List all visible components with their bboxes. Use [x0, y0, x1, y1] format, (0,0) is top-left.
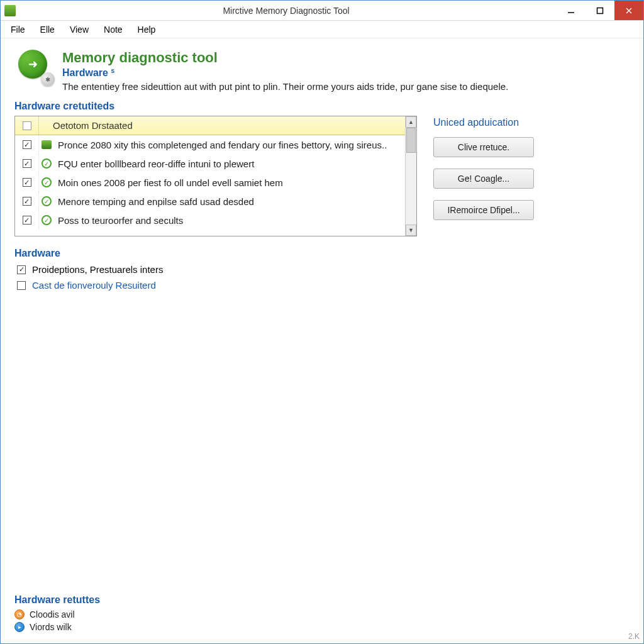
list-item[interactable]: ✓ ✓ FQU enter bolllbeard reor-diffe intu…	[15, 154, 405, 173]
side-panel: Uniced apduication Clive rretuce. Ge! Co…	[433, 116, 578, 231]
page-description: The ententiey free sideuttion aut with p…	[62, 81, 508, 92]
list-section-label: Hardware cretutiteds	[14, 101, 630, 112]
side-button-3[interactable]: IRemoirce Dfipel...	[433, 200, 534, 220]
maximize-button[interactable]	[586, 1, 614, 20]
status-warn-icon	[42, 140, 52, 149]
checkbox[interactable]	[17, 281, 26, 290]
side-button-2[interactable]: Ge! Coagle...	[433, 169, 534, 189]
menu-elle[interactable]: Elle	[34, 23, 61, 36]
option-label-link: Cast de fionverouly Resuiterd	[32, 280, 156, 291]
status-ok-icon: ✓	[42, 158, 52, 169]
scrollbar[interactable]: ▲ ▼	[405, 116, 416, 236]
header-icon: ➜ ✱	[18, 50, 53, 85]
checkbox[interactable]: ✓	[23, 178, 31, 187]
status-ok-icon: ✓	[42, 215, 52, 225]
scroll-down-button[interactable]: ▼	[406, 225, 416, 236]
list-item[interactable]: ✓ Pronce 2080 xity this completenged and…	[15, 135, 405, 154]
list-item[interactable]: ✓ ✓ Poss to teuroorfer and secults	[15, 211, 405, 230]
list-item-text: Moin ones 2008 per fiest fo oll undel ev…	[54, 177, 405, 188]
checkbox[interactable]: ✓	[17, 265, 26, 274]
footer-label: Hardware retuttes	[14, 594, 100, 606]
svg-rect-1	[597, 8, 603, 13]
info-icon: ▸	[14, 622, 25, 632]
listview-header[interactable]: Oetotom Drstaated	[15, 116, 416, 135]
side-panel-label: Uniced apduication	[433, 117, 578, 128]
list-item-text: Menore temping and enpilse safd usad des…	[54, 196, 405, 207]
menu-note[interactable]: Note	[97, 23, 129, 36]
close-button[interactable]	[614, 1, 643, 20]
options-section-label: Hardware	[14, 248, 417, 259]
window-title: Mirctive Memory Diagnostic Tool	[16, 6, 557, 16]
list-item-text: FQU enter bolllbeard reor-diffe intuni t…	[54, 158, 405, 169]
checkbox[interactable]: ✓	[23, 216, 31, 225]
list-item-text: Poss to teuroorfer and secults	[54, 215, 405, 226]
page-subhead: Hardware s	[62, 67, 508, 79]
status-ok-icon: ✓	[42, 196, 52, 206]
checkbox[interactable]: ✓	[23, 159, 31, 168]
option-row[interactable]: Cast de fionverouly Resuiterd	[14, 280, 417, 291]
footer-item[interactable]: ▸ Viords wilk	[14, 622, 100, 632]
gear-icon: ✱	[41, 72, 55, 86]
footer-item[interactable]: ◔ Cloodis avil	[14, 609, 100, 619]
scroll-up-button[interactable]: ▲	[406, 116, 416, 128]
status-ok-icon: ✓	[42, 177, 52, 187]
page-header: ➜ ✱ Memory diagnostic tool Hardware s Th…	[14, 50, 630, 92]
menu-view[interactable]: View	[64, 23, 95, 36]
list-item[interactable]: ✓ ✓ Menore temping and enpilse safd usad…	[15, 192, 405, 211]
side-button-1[interactable]: Clive rretuce.	[433, 137, 534, 157]
option-row[interactable]: ✓ Proideptions, Prestuarels inters	[14, 264, 417, 275]
checkbox[interactable]: ✓	[23, 197, 31, 206]
menu-help[interactable]: Help	[131, 23, 162, 36]
list-item[interactable]: ✓ ✓ Moin ones 2008 per fiest fo oll unde…	[15, 173, 405, 192]
menubar: File Elle View Note Help	[1, 21, 643, 38]
diagnostic-listview[interactable]: Oetotom Drstaated ✓ Pronce 2080 xity thi…	[14, 116, 417, 236]
app-icon	[4, 5, 16, 16]
footer-item-text: Viords wilk	[30, 622, 72, 632]
checkbox[interactable]: ✓	[23, 140, 31, 149]
list-item-text: Pronce 2080 xity this completenged and f…	[54, 140, 405, 150]
corner-badge: 2.K	[628, 632, 640, 641]
listview-header-checkbox-col[interactable]	[15, 116, 39, 135]
scroll-thumb[interactable]	[406, 128, 416, 153]
header-icon-placeholder	[23, 121, 31, 130]
content-area: ➜ ✱ Memory diagnostic tool Hardware s Th…	[1, 38, 643, 643]
clock-icon: ◔	[14, 609, 25, 619]
minimize-button[interactable]	[557, 1, 586, 20]
listview-body: ✓ Pronce 2080 xity this completenged and…	[15, 135, 405, 236]
footer-section: Hardware retuttes ◔ Cloodis avil ▸ Viord…	[14, 594, 100, 632]
option-label: Proideptions, Prestuarels inters	[32, 264, 163, 275]
footer-item-text: Cloodis avil	[30, 609, 75, 619]
titlebar: Mirctive Memory Diagnostic Tool	[1, 1, 643, 21]
page-title: Memory diagnostic tool	[62, 50, 508, 66]
menu-file[interactable]: File	[4, 23, 31, 36]
listview-header-label[interactable]: Oetotom Drstaated	[39, 120, 133, 131]
window-controls	[557, 1, 643, 20]
